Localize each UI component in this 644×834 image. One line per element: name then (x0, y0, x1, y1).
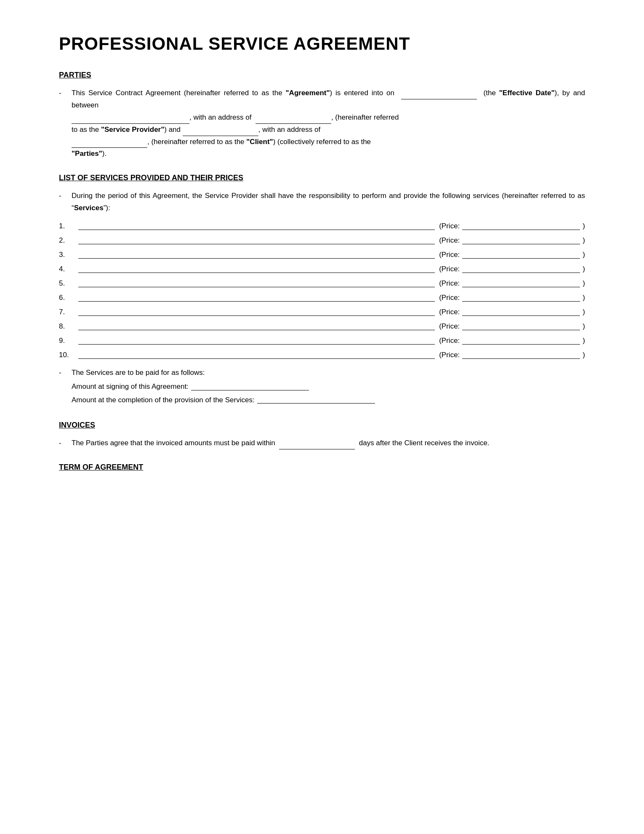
price-close-8: ) (583, 322, 585, 331)
price-close-1: ) (583, 222, 585, 230)
parties-text-part8: , with an address of (258, 126, 320, 134)
price-close-6: ) (583, 294, 585, 302)
parties-bold: "Parties" (72, 150, 102, 158)
service-name-field-4[interactable] (78, 265, 435, 273)
service-num-3: 3. (59, 251, 74, 259)
service-name-field-5[interactable] (78, 280, 435, 287)
price-close-7: ) (583, 308, 585, 316)
party1-name-field[interactable] (72, 116, 189, 124)
price-label-8: (Price: (439, 322, 460, 331)
service-price-field-9[interactable] (462, 337, 580, 345)
service-price-field-2[interactable] (462, 237, 580, 244)
service-price-area-9: (Price: ) (439, 337, 585, 345)
service-name-field-3[interactable] (78, 251, 435, 259)
days-field[interactable] (279, 442, 355, 449)
invoices-heading: INVOICES (59, 421, 585, 430)
payment-block: The Services are to be paid for as follo… (72, 367, 585, 407)
service-num-9: 9. (59, 337, 74, 345)
service-num-2: 2. (59, 236, 74, 245)
effective-date-field[interactable] (401, 92, 477, 99)
price-label-1: (Price: (439, 222, 460, 230)
service-price-field-8[interactable] (462, 323, 580, 330)
service-price-field-3[interactable] (462, 251, 580, 259)
invoices-text-part2: days after the Client receives the invoi… (359, 439, 490, 447)
parties-paragraph: - This Service Contract Agreement (herei… (59, 87, 585, 160)
bullet-dash-parties: - (59, 87, 72, 99)
service-row: 3. (Price: ) (59, 251, 585, 259)
service-price-field-7[interactable] (462, 308, 580, 316)
completion-label: Amount at the completion of the provisio… (72, 394, 255, 406)
service-price-area-3: (Price: ) (439, 251, 585, 259)
services-intro-text: During the period of this Agreement, the… (72, 190, 585, 214)
parties-text-part11: ). (102, 150, 106, 158)
bullet-dash-services: - (59, 190, 72, 201)
service-num-1: 1. (59, 222, 74, 230)
service-name-field-2[interactable] (78, 237, 435, 244)
invoices-section: INVOICES - The Parties agree that the in… (59, 421, 585, 449)
price-label-10: (Price: (439, 351, 460, 359)
price-label-3: (Price: (439, 251, 460, 259)
price-label-4: (Price: (439, 265, 460, 273)
parties-text-part6: to as the (72, 126, 99, 134)
party1-address-field[interactable] (255, 116, 331, 124)
parties-text-part9: , (hereinafter referred to as the (147, 138, 245, 146)
parties-text: This Service Contract Agreement (hereina… (72, 87, 585, 160)
term-of-agreement-heading: TERM OF AGREEMENT (59, 463, 585, 472)
service-price-area-10: (Price: ) (439, 351, 585, 359)
price-label-9: (Price: (439, 337, 460, 345)
parties-heading: PARTIES (59, 71, 585, 80)
agreement-bold: "Agreement" (286, 89, 330, 97)
service-num-10: 10. (59, 351, 74, 359)
service-price-field-6[interactable] (462, 294, 580, 302)
service-price-field-1[interactable] (462, 222, 580, 230)
signing-line: Amount at signing of this Agreement: (72, 381, 585, 392)
service-name-field-7[interactable] (78, 308, 435, 316)
service-name-field-8[interactable] (78, 323, 435, 330)
price-label-2: (Price: (439, 236, 460, 245)
services-intro-end: ”): (104, 204, 110, 212)
service-num-8: 8. (59, 322, 74, 331)
service-row: 9. (Price: ) (59, 337, 585, 345)
price-close-9: ) (583, 337, 585, 345)
service-price-field-5[interactable] (462, 280, 580, 287)
parties-text-part2: ) is entered into on (330, 89, 394, 97)
completion-amount-field[interactable] (257, 396, 375, 404)
bullet-dash-invoices: - (59, 437, 72, 449)
party2-name-field[interactable] (183, 128, 258, 136)
service-provider-bold: "Service Provider" (101, 126, 164, 134)
service-price-area-7: (Price: ) (439, 308, 585, 316)
service-price-field-10[interactable] (462, 351, 580, 359)
service-num-6: 6. (59, 294, 74, 302)
parties-text-part1: This Service Contract Agreement (hereina… (72, 89, 286, 97)
service-price-area-6: (Price: ) (439, 294, 585, 302)
completion-line: Amount at the completion of the provisio… (72, 394, 585, 406)
party2-address-field[interactable] (72, 140, 147, 148)
service-price-area-8: (Price: ) (439, 322, 585, 331)
parties-text-part7: ) and (164, 126, 181, 134)
service-name-field-10[interactable] (78, 351, 435, 359)
price-label-6: (Price: (439, 294, 460, 302)
invoices-text-part1: The Parties agree that the invoiced amou… (72, 439, 275, 447)
services-intro-paragraph: - During the period of this Agreement, t… (59, 190, 585, 214)
payment-intro: The Services are to be paid for as follo… (72, 367, 585, 378)
document-title: PROFESSIONAL SERVICE AGREEMENT (59, 34, 585, 54)
invoices-text: The Parties agree that the invoiced amou… (72, 437, 585, 449)
service-row: 2. (Price: ) (59, 236, 585, 245)
service-price-area-2: (Price: ) (439, 236, 585, 245)
price-close-5: ) (583, 279, 585, 288)
payment-bullet: - The Services are to be paid for as fol… (59, 367, 585, 407)
service-name-field-1[interactable] (78, 222, 435, 230)
service-row: 4. (Price: ) (59, 265, 585, 273)
signing-amount-field[interactable] (191, 383, 309, 390)
service-price-area-4: (Price: ) (439, 265, 585, 273)
service-row: 10. (Price: ) (59, 351, 585, 359)
service-row: 8. (Price: ) (59, 322, 585, 331)
service-name-field-9[interactable] (78, 337, 435, 345)
service-name-field-6[interactable] (78, 294, 435, 302)
services-table: 1. (Price: ) 2. (Price: ) 3. (Price: (59, 222, 585, 359)
client-bold: "Client" (246, 138, 273, 146)
service-row: 6. (Price: ) (59, 294, 585, 302)
price-label-5: (Price: (439, 279, 460, 288)
service-price-field-4[interactable] (462, 265, 580, 273)
invoices-paragraph: - The Parties agree that the invoiced am… (59, 437, 585, 449)
